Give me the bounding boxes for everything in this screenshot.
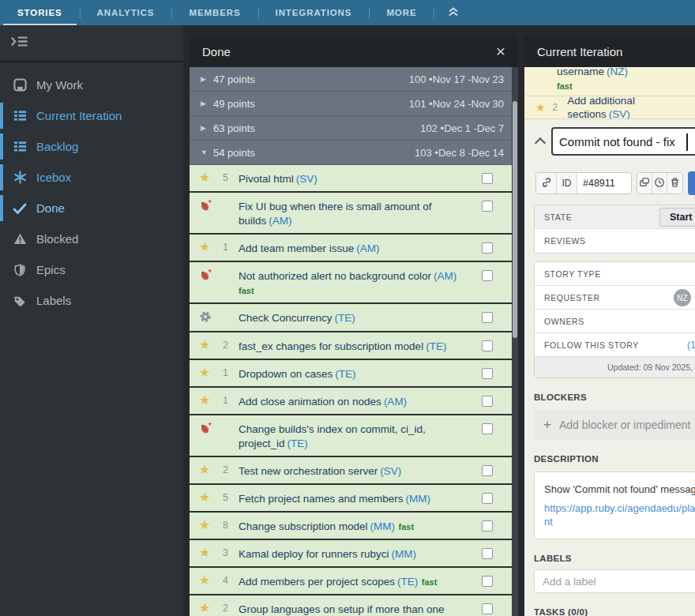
story-points: 1 [218,394,239,408]
collapse-story-icon[interactable] [535,137,546,148]
story-points: 5 [218,171,239,186]
story-title-input[interactable] [551,127,695,156]
story-row[interactable]: Fix UI bug when there is small amount of… [190,193,512,235]
nav-tab[interactable]: ANALYTICS [80,0,172,25]
story-row[interactable]: 3 Kamal deploy for runners rubyci(MM) [190,540,512,568]
scrollbar-thumb[interactable] [513,101,517,338]
sidebar-item[interactable]: Epics [0,254,183,285]
story-checkbox[interactable] [482,603,493,614]
plus-icon [543,417,551,433]
sidebar-item[interactable]: Backlog [0,131,183,162]
story-row[interactable]: 5 Fetch project names and members(MM) [190,485,512,513]
story-row[interactable]: 8 Change subscription model(MM) fast [190,513,512,540]
story-row[interactable]: username(NZ) fast [524,67,695,96]
warning-icon [12,231,28,247]
description-link-wrap[interactable]: nt [544,515,695,528]
iteration-caret-icon[interactable] [201,148,213,156]
nav-tab[interactable]: MORE [369,0,434,25]
nav-collapse-button[interactable] [434,0,473,25]
story-title: Kamal deploy for runners rubyci(MM) [239,548,416,560]
story-checkbox[interactable] [482,173,493,184]
story-label[interactable]: fast [399,522,415,531]
story-owner-initials: (SV) [609,108,630,120]
sidebar-item-label: Done [36,201,65,215]
add-label-input[interactable] [534,569,695,593]
start-button[interactable]: Start [659,208,695,227]
sidebar-item[interactable]: Icebox [0,162,183,193]
story-checkbox[interactable] [482,576,493,587]
nav-tab[interactable]: MEMBERS [171,0,257,25]
star-icon [199,602,218,616]
story-label[interactable]: fast [239,286,254,295]
story-title: Pivotal html(SV) [239,173,317,185]
story-checkbox[interactable] [482,520,493,531]
story-row[interactable]: 1 Add close animation on nodes(AM) [190,388,512,415]
story-row[interactable]: 1 Add team member issue(AM) [190,235,512,262]
story-checkbox[interactable] [482,423,493,434]
clock-icon[interactable] [652,173,667,193]
star-icon [535,102,550,113]
story-row[interactable]: 2 Test new orchestration server(SV) [190,457,512,485]
primary-action-button[interactable] [688,171,695,195]
done-scrollbar[interactable] [512,67,518,616]
story-checkbox[interactable] [482,465,493,476]
sidebar-item[interactable]: My Work [0,69,183,100]
close-icon[interactable] [496,43,505,59]
story-row[interactable]: 1 Dropdown on cases(TE) [190,360,512,388]
story-checkbox[interactable] [482,368,493,379]
story-editor: ID #48911 STATE Start REVIEWS [524,119,695,616]
description-box[interactable]: Show 'Commit not found' messag https://a… [534,471,695,539]
add-blocker-button[interactable]: Add blocker or impediment [534,410,695,440]
iteration-header[interactable]: 63 points 102 •Dec 1 -Dec 7 [190,116,512,141]
story-row[interactable]: Check Concurrency(TE) [190,304,512,332]
story-checkbox[interactable] [482,548,493,559]
follower-count[interactable]: (1 [687,340,695,351]
iteration-header[interactable]: 49 points 101 •Nov 24 -Nov 30 [190,92,512,116]
iteration-header[interactable]: 54 points 103 •Dec 8 -Dec 14 [190,141,512,165]
story-row[interactable]: 4 Add members per project scopes(TE) fas… [190,568,512,595]
sidebar-item[interactable]: Labels [0,285,183,316]
story-label[interactable]: fast [422,577,438,587]
story-checkbox[interactable] [482,242,493,254]
iteration-caret-icon[interactable] [201,124,213,132]
sidebar-collapse-button[interactable] [10,36,28,51]
copy-icon[interactable] [637,173,652,193]
collapse-sidebar-icon [10,36,28,51]
story-checkbox[interactable] [482,270,493,281]
link-icon[interactable] [536,173,557,193]
story-label[interactable]: fast [557,81,573,91]
sidebar-item[interactable]: Done [0,193,183,223]
story-id-value[interactable]: #48911 [577,173,631,193]
nav-tab[interactable]: INTEGRATIONS [258,0,370,25]
sidebar-item-label: Icebox [36,171,71,184]
done-panel: Done 47 points 100 •Nov 17 -Nov 23 49 po… [190,36,518,616]
iteration-caret-icon[interactable] [201,75,213,83]
story-row[interactable]: Change builds's index on commit, ci_id, … [190,415,512,457]
description-link[interactable]: https://app.ruby.ci/agendaedu/pla [544,501,695,515]
chevrons-up-icon [448,6,459,21]
iteration-caret-icon[interactable] [201,100,213,107]
story-row[interactable]: 2 Group languages on setup if more than … [190,595,512,616]
current-iteration-panel: Current Iteration username(NZ) fast 2 Ad… [524,36,695,616]
nav-tab-label: INTEGRATIONS [276,8,352,17]
story-checkbox[interactable] [482,396,493,407]
story-row[interactable]: 2 fast_ex changes for subscription model… [190,332,512,360]
story-checkbox[interactable] [482,493,493,504]
star-icon [199,574,218,588]
story-row[interactable]: 5 Pivotal html(SV) [190,165,512,193]
story-checkbox[interactable] [482,312,493,323]
story-checkbox[interactable] [482,201,493,212]
iteration-header[interactable]: 47 points 100 •Nov 17 -Nov 23 [190,67,512,92]
nav-tab[interactable]: STORIES [0,0,80,25]
text-cursor [686,133,688,151]
nav-tab-label: MEMBERS [189,8,240,17]
trash-icon[interactable] [667,173,682,193]
story-points: 3 [218,547,239,561]
sidebar-item[interactable]: Current Iteration [0,100,183,131]
story-row[interactable]: 2 Add additional sections(SV) [524,96,695,119]
story-row[interactable]: Not authorized alert no background color… [190,262,512,304]
sidebar-item[interactable]: Blocked [0,223,183,254]
story-checkbox[interactable] [482,340,493,351]
description-label: DESCRIPTION [534,454,695,464]
story-title: Add close animation on nodes(AM) [239,396,407,408]
